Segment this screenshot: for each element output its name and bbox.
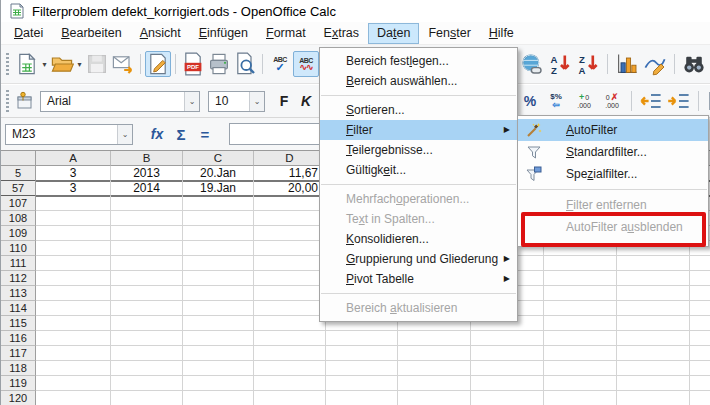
cell[interactable] — [111, 241, 183, 256]
percent-format-icon[interactable]: % — [519, 88, 541, 114]
cell[interactable] — [690, 301, 710, 316]
cell[interactable] — [617, 256, 690, 271]
cell[interactable] — [36, 196, 111, 211]
cell[interactable] — [183, 211, 254, 226]
cell[interactable] — [36, 256, 111, 271]
cell[interactable] — [36, 331, 111, 346]
cell[interactable] — [398, 376, 471, 391]
cell[interactable] — [254, 271, 326, 286]
column-header[interactable]: A — [36, 151, 111, 166]
italic-icon[interactable]: K — [295, 88, 317, 114]
menubar-item-einfuegen[interactable]: Einfügen — [190, 23, 257, 44]
chevron-down-icon[interactable]: ⌄ — [249, 92, 264, 111]
column-header[interactable]: D — [254, 151, 326, 166]
equals-icon[interactable]: = — [193, 126, 217, 143]
cell[interactable] — [111, 271, 183, 286]
cell[interactable] — [36, 391, 111, 405]
menu-item-standardfilter[interactable]: Standardfilter... — [518, 141, 708, 163]
menubar-item-extras[interactable]: Extras — [315, 23, 368, 44]
cell[interactable] — [690, 316, 710, 331]
cell[interactable] — [254, 286, 326, 301]
cell[interactable] — [111, 346, 183, 361]
cell[interactable] — [617, 361, 690, 376]
cell[interactable]: 3 — [36, 166, 111, 182]
cell[interactable] — [326, 361, 398, 376]
open-icon[interactable] — [49, 51, 75, 77]
menu-item-pivot-tabelle[interactable]: Pivot Tabelle▶ — [320, 269, 517, 289]
cell[interactable] — [111, 196, 183, 211]
cell[interactable] — [617, 271, 690, 286]
auto-spellcheck-icon[interactable]: ABC ∿∿ — [293, 51, 319, 77]
menu-item-bereich-festlegen[interactable]: Bereich festlegen... — [320, 51, 517, 71]
cell[interactable] — [254, 331, 326, 346]
row-header[interactable]: 57 — [1, 181, 36, 197]
cell[interactable] — [617, 376, 690, 391]
cell[interactable] — [254, 226, 326, 241]
cell[interactable] — [183, 391, 254, 405]
cell[interactable]: 11,67 — [254, 166, 326, 182]
function-wizard-icon[interactable]: fx — [145, 126, 169, 142]
menubar-item-bearbeiten[interactable]: Bearbeiten — [52, 23, 130, 44]
cell[interactable] — [111, 331, 183, 346]
cell[interactable] — [111, 256, 183, 271]
cell[interactable] — [398, 331, 471, 346]
add-decimal-icon[interactable]: +0 .000 — [571, 88, 597, 114]
insert-chart-icon[interactable] — [614, 51, 640, 77]
cell[interactable] — [183, 316, 254, 331]
cell[interactable] — [617, 346, 690, 361]
row-header[interactable]: 119 — [1, 376, 36, 391]
cell[interactable] — [326, 346, 398, 361]
menu-item-spezialfilter[interactable]: Spezialfilter... — [518, 163, 708, 185]
cell[interactable] — [254, 256, 326, 271]
cell[interactable] — [111, 286, 183, 301]
cell[interactable] — [398, 361, 471, 376]
row-header[interactable]: 113 — [1, 286, 36, 301]
row-header[interactable]: 115 — [1, 316, 36, 331]
cell[interactable] — [690, 391, 710, 405]
cell[interactable] — [254, 346, 326, 361]
row-header[interactable]: 114 — [1, 301, 36, 316]
cell[interactable] — [254, 241, 326, 256]
cell[interactable] — [471, 391, 544, 405]
row-header[interactable]: 118 — [1, 361, 36, 376]
cell[interactable] — [36, 226, 111, 241]
standard-format-icon[interactable]: $% ⇦ — [543, 88, 569, 114]
row-header[interactable]: 5 — [1, 166, 36, 182]
open-dropdown-arrow[interactable]: ▾ — [75, 60, 84, 69]
cell[interactable] — [111, 376, 183, 391]
menu-item-sortieren[interactable]: Sortieren... — [320, 100, 517, 120]
menu-item-gruppierung-und-gliederung[interactable]: Gruppierung und Gliederung▶ — [320, 249, 517, 269]
cell[interactable] — [111, 211, 183, 226]
cell[interactable] — [183, 301, 254, 316]
cell[interactable] — [36, 241, 111, 256]
toolbar-drag-handle[interactable] — [6, 53, 9, 75]
cell[interactable] — [36, 286, 111, 301]
borders-icon[interactable] — [705, 88, 710, 114]
cell[interactable] — [111, 226, 183, 241]
cell[interactable] — [36, 271, 111, 286]
menubar-item-fenster[interactable]: Fenster — [419, 23, 479, 44]
cell[interactable] — [183, 331, 254, 346]
cell[interactable] — [254, 376, 326, 391]
cell[interactable] — [254, 391, 326, 405]
cell[interactable]: 20,00 — [254, 181, 326, 197]
menu-item-teilergebnisse[interactable]: Teilergebnisse... — [320, 140, 517, 160]
cell[interactable] — [326, 376, 398, 391]
sum-icon[interactable]: Σ — [169, 126, 193, 143]
menu-item-filter[interactable]: Filter▶ — [320, 120, 517, 140]
delete-decimal-icon[interactable]: 0✗ .000 — [599, 88, 625, 114]
cell[interactable] — [544, 346, 617, 361]
cell[interactable] — [326, 331, 398, 346]
menubar-item-format[interactable]: Format — [257, 23, 315, 44]
export-pdf-icon[interactable]: PDF — [180, 51, 206, 77]
cell[interactable] — [111, 361, 183, 376]
cell[interactable] — [326, 391, 398, 405]
cell[interactable] — [690, 271, 710, 286]
new-dropdown-arrow[interactable]: ▾ — [40, 60, 49, 69]
decrease-indent-icon[interactable] — [638, 88, 664, 114]
cell[interactable] — [36, 211, 111, 226]
menubar-item-datei[interactable]: Datei — [5, 23, 52, 44]
cell[interactable] — [471, 331, 544, 346]
cell[interactable] — [183, 241, 254, 256]
cell[interactable]: 19.Jan — [183, 181, 254, 197]
